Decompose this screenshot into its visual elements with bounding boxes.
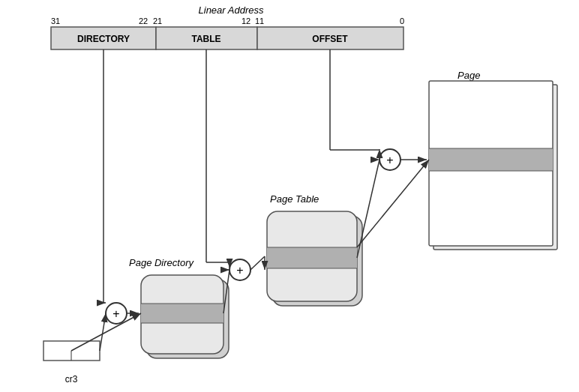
page-highlight-row (429, 148, 553, 171)
arrow-cr3-pd (71, 313, 141, 351)
cr3-label: cr3 (65, 374, 78, 385)
paging-diagram: Linear Address 31 22 21 12 11 0 DIRECTOR… (0, 0, 579, 392)
bit-21: 21 (153, 16, 162, 25)
page-dir-label: Page Directory (129, 257, 194, 268)
arrow-cr3-plus1 (100, 313, 106, 351)
page-dir-highlight (141, 304, 224, 323)
offset-label: OFFSET (312, 34, 348, 44)
plus-symbol-2: + (236, 264, 243, 277)
line-plus2-pt (250, 256, 265, 270)
arrow-pt-page-row (357, 160, 429, 247)
bit-22: 22 (139, 16, 148, 25)
page-label: Page (458, 70, 480, 81)
page-table-highlight (267, 247, 357, 268)
plus-symbol-3: + (386, 154, 393, 166)
page-table-label: Page Table (270, 193, 319, 205)
table-label: TABLE (191, 34, 220, 44)
plus-symbol-1: + (112, 307, 119, 320)
bit-12: 12 (242, 16, 250, 25)
linear-address-label: Linear Address (199, 4, 264, 16)
bit-0: 0 (400, 16, 404, 25)
directory-label: DIRECTORY (77, 34, 130, 44)
bit-31: 31 (51, 16, 60, 25)
bit-11: 11 (255, 16, 264, 25)
